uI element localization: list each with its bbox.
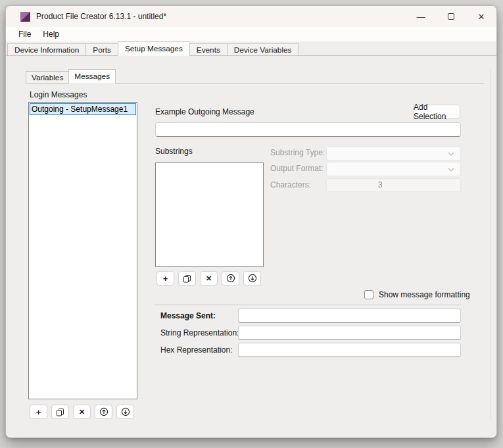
add-selection-button[interactable]: Add Selection <box>413 105 460 119</box>
substrings-label: Substrings <box>155 147 193 156</box>
tab-ports[interactable]: Ports <box>85 43 118 55</box>
x-icon: ✕ <box>79 408 85 416</box>
characters-input[interactable]: 3 <box>326 178 461 192</box>
show-message-formatting-row: Show message formatting <box>364 290 470 299</box>
preview-divider <box>155 305 461 305</box>
plus-icon: + <box>163 274 168 284</box>
move-message-down-button[interactable] <box>116 405 134 419</box>
characters-label: Characters: <box>270 180 311 189</box>
chevron-down-icon <box>448 152 454 156</box>
list-item[interactable]: Outgoing - SetupMessage1 <box>30 103 136 115</box>
add-message-button[interactable]: + <box>30 405 47 419</box>
delete-substring-button[interactable]: ✕ <box>200 271 218 286</box>
output-format-label: Output Format: <box>270 164 323 173</box>
login-messages-listbox[interactable]: Outgoing - SetupMessage1 <box>28 102 137 399</box>
close-button[interactable]: ✕ <box>466 6 496 27</box>
example-outgoing-message-label: Example Outgoing Message <box>155 107 254 116</box>
tab-page-right-border <box>490 69 491 420</box>
move-substring-down-button[interactable] <box>243 271 261 286</box>
close-icon: ✕ <box>478 12 485 22</box>
circle-arrow-up-icon <box>226 274 235 283</box>
move-message-up-button[interactable] <box>95 405 112 419</box>
title-bar: Product File Creator 6.13.1 - untitled* … <box>6 6 496 27</box>
substrings-toolbar: + ✕ <box>156 271 261 286</box>
window-controls: — ✕ <box>406 6 496 27</box>
window-title: Product File Creator 6.13.1 - untitled* <box>36 12 166 21</box>
circle-arrow-up-icon <box>99 407 108 416</box>
string-representation-label: String Representation: <box>160 328 239 337</box>
substrings-listbox[interactable] <box>155 162 264 267</box>
copy-icon <box>183 274 191 283</box>
tab-device-variables[interactable]: Device Variables <box>227 43 299 55</box>
message-sent-input[interactable] <box>238 309 461 323</box>
substring-type-dropdown[interactable] <box>326 146 461 161</box>
tab-variables[interactable]: Variables <box>26 71 69 83</box>
move-substring-up-button[interactable] <box>222 271 239 286</box>
circle-arrow-down-icon <box>121 407 130 416</box>
minimize-icon: — <box>417 12 425 22</box>
duplicate-substring-button[interactable] <box>178 271 196 286</box>
example-message-input[interactable] <box>155 122 461 137</box>
tab-device-information[interactable]: Device Information <box>7 43 86 55</box>
tab-messages[interactable]: Messages <box>68 69 116 84</box>
menu-bar: File Help <box>6 27 496 41</box>
add-substring-button[interactable]: + <box>156 271 174 286</box>
hex-representation-input[interactable] <box>238 343 461 357</box>
substring-type-label: Substring Type: <box>270 148 325 157</box>
maximize-button[interactable] <box>436 6 466 27</box>
menu-help[interactable]: Help <box>37 27 65 41</box>
tab-events[interactable]: Events <box>189 43 228 55</box>
app-window: Product File Creator 6.13.1 - untitled* … <box>5 5 497 438</box>
inner-tab-strip: Variables Messages <box>26 69 484 84</box>
output-format-dropdown[interactable] <box>326 162 461 176</box>
hex-representation-label: Hex Representation: <box>160 345 232 355</box>
show-message-formatting-label: Show message formatting <box>379 290 470 299</box>
maximize-icon <box>448 13 454 20</box>
show-message-formatting-checkbox[interactable] <box>364 290 373 299</box>
string-representation-input[interactable] <box>238 326 461 340</box>
login-messages-label: Login Messages <box>30 90 87 99</box>
chevron-down-icon <box>448 168 454 172</box>
circle-arrow-down-icon <box>248 274 257 283</box>
copy-icon <box>56 408 64 416</box>
x-icon: ✕ <box>206 274 212 283</box>
login-messages-toolbar: + ✕ <box>30 405 134 419</box>
main-tab-strip: Device Information Ports Setup Messages … <box>6 41 496 56</box>
minimize-button[interactable]: — <box>406 6 436 27</box>
plus-icon: + <box>36 407 41 417</box>
menu-file[interactable]: File <box>12 27 37 41</box>
desktop-background: { "window": { "title": "Product File Cre… <box>0 0 503 448</box>
delete-message-button[interactable]: ✕ <box>73 405 91 419</box>
duplicate-message-button[interactable] <box>51 405 69 419</box>
tab-setup-messages[interactable]: Setup Messages <box>118 41 190 56</box>
message-sent-label: Message Sent: <box>160 311 216 320</box>
app-icon <box>20 12 30 22</box>
